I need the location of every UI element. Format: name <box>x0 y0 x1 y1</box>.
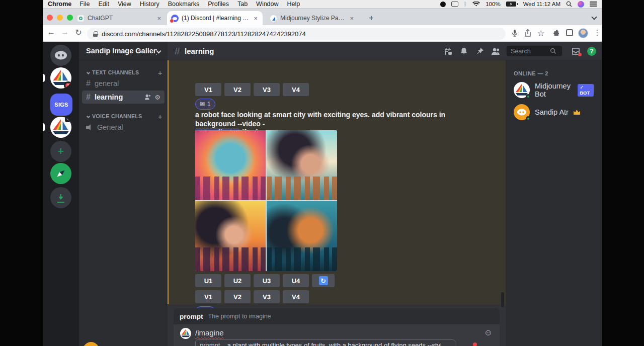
create-channel-icon[interactable]: + <box>158 68 163 77</box>
chrome-tab-strip: ChatGPT × (1) Discord | #learning | Sand… <box>43 9 602 25</box>
add-server-button[interactable]: + <box>50 141 71 162</box>
menu-item-file[interactable]: File <box>79 1 90 8</box>
inbox-icon[interactable] <box>570 46 581 57</box>
close-window-button[interactable] <box>47 15 53 21</box>
wifi-icon[interactable] <box>472 2 480 7</box>
download-apps-button[interactable] <box>50 187 71 208</box>
control-center-icon[interactable] <box>590 2 597 7</box>
tab-search-chevron-icon[interactable] <box>591 14 597 20</box>
emoji-picker-icon[interactable]: ☺ <box>484 328 493 338</box>
menu-item-history[interactable]: History <box>140 1 159 8</box>
browser-profile-avatar[interactable] <box>578 28 588 38</box>
generated-image-4[interactable] <box>267 201 337 271</box>
new-tab-button[interactable]: + <box>369 13 374 23</box>
mic-icon[interactable] <box>510 28 520 38</box>
imagine-command-text[interactable]: /imagine <box>195 328 224 337</box>
prompt-option-box[interactable]: prompt <box>195 339 455 346</box>
screen-record-icon[interactable] <box>440 2 446 7</box>
tab-midjourney[interactable]: Midjourney Stylize Parameter × <box>266 11 359 25</box>
pinned-messages-icon[interactable] <box>474 46 486 57</box>
extensions-puzzle-icon[interactable] <box>552 28 562 38</box>
member-midjourney-bot[interactable]: Midjourney Bot ✓ BOT <box>510 79 598 101</box>
threads-icon[interactable] <box>442 46 453 57</box>
sandip-avatar <box>514 104 530 120</box>
spotlight-search-icon[interactable] <box>566 1 572 7</box>
generated-image-2[interactable] <box>267 130 337 200</box>
voice-channel-general[interactable]: General <box>82 121 165 134</box>
lock-icon[interactable] <box>93 31 98 37</box>
discord-home-button[interactable] <box>50 45 71 66</box>
menu-item-edit[interactable]: Edit <box>98 1 109 8</box>
address-bar[interactable]: discord.com/channels/1128282250098778123… <box>87 28 506 40</box>
zoom-window-button[interactable] <box>67 15 73 21</box>
server-header[interactable]: Sandip Image Gallery Se... <box>79 42 168 60</box>
menu-item-profiles[interactable]: Profiles <box>208 1 229 8</box>
close-tab-icon[interactable]: × <box>349 15 355 22</box>
share-icon[interactable] <box>523 28 533 38</box>
tab-discord[interactable]: (1) Discord | #learning | Sandip × <box>167 11 263 25</box>
midjourney-image-grid[interactable] <box>195 130 337 271</box>
v4-button[interactable]: V4 <box>283 290 309 303</box>
online-status-dot <box>526 94 531 99</box>
server-icon-sailboat-2[interactable] <box>50 117 71 138</box>
generated-image-1[interactable] <box>195 130 266 200</box>
message-composer[interactable]: /imagine ☺ prompt <box>174 324 500 346</box>
generated-image-3[interactable] <box>195 201 266 271</box>
v3-button[interactable]: V3 <box>254 83 280 96</box>
tab-chatgpt[interactable]: ChatGPT × <box>73 11 166 25</box>
u1-button[interactable]: U1 <box>195 274 221 287</box>
menu-app-name[interactable]: Chrome <box>48 1 71 8</box>
user-panel-avatar[interactable] <box>83 342 99 346</box>
channel-settings-gear-icon[interactable]: ⚙ <box>154 94 160 101</box>
reroll-button[interactable]: ↻ <box>312 274 335 287</box>
channel-general[interactable]: # general <box>82 77 165 90</box>
close-tab-icon[interactable]: × <box>156 15 162 22</box>
create-channel-icon[interactable]: + <box>158 112 163 121</box>
envelope-reaction[interactable]: ✉ 1 <box>195 99 215 110</box>
u4-button[interactable]: U4 <box>283 274 309 287</box>
prompt-text: a robot face looking at smart city with … <box>195 111 445 128</box>
v1-button[interactable]: V1 <box>195 83 221 96</box>
help-button[interactable]: ? <box>586 46 597 57</box>
slash-command-autocomplete[interactable]: prompt The prompt to imagine <box>174 308 500 324</box>
text-channels-category[interactable]: TEXT CHANNELS + <box>79 68 168 77</box>
menu-item-bookmarks[interactable]: Bookmarks <box>168 1 200 8</box>
v3-button[interactable]: V3 <box>254 290 280 303</box>
channel-learning[interactable]: # learning ⚙ <box>82 91 165 104</box>
forward-button[interactable]: → <box>59 28 70 37</box>
browser-menu-icon[interactable]: ⋮ <box>592 28 602 38</box>
member-list-icon[interactable] <box>490 46 501 57</box>
chat-scrollbar[interactable] <box>501 292 504 307</box>
v2-button[interactable]: V2 <box>224 290 251 303</box>
close-tab-icon[interactable]: × <box>253 15 259 22</box>
reading-mode-icon[interactable] <box>566 29 573 36</box>
invite-people-icon[interactable] <box>144 94 151 101</box>
minimize-window-button[interactable] <box>57 15 63 21</box>
v1-button[interactable]: V1 <box>195 290 221 303</box>
u2-button[interactable]: U2 <box>224 274 251 287</box>
notifications-bell-icon[interactable] <box>458 46 469 57</box>
menu-item-tab[interactable]: Tab <box>237 1 248 8</box>
member-sandip-atr[interactable]: Sandip Atr <box>510 102 598 123</box>
search-input[interactable] <box>510 47 550 55</box>
voice-channels-category[interactable]: VOICE CHANNELS + <box>79 112 168 121</box>
menu-item-view[interactable]: View <box>118 1 131 8</box>
menu-item-help[interactable]: Help <box>287 1 300 8</box>
menu-bar-clock[interactable]: Wed 11:12 AM <box>523 1 560 7</box>
menu-item-window[interactable]: Window <box>256 1 278 8</box>
v2-button[interactable]: V2 <box>224 83 251 96</box>
siri-icon[interactable] <box>578 1 584 8</box>
server-icon-sailboat-1[interactable]: 1 <box>50 67 71 89</box>
display-icon[interactable] <box>451 2 458 7</box>
explore-servers-button[interactable] <box>50 163 71 184</box>
bookmark-star-icon[interactable]: ☆ <box>536 28 546 38</box>
url-text[interactable]: discord.com/channels/1128282250098778123… <box>102 30 306 38</box>
prompt-option-input[interactable] <box>226 341 442 346</box>
v4-button[interactable]: V4 <box>283 83 309 96</box>
server-icon-sigs[interactable]: SIGS <box>50 94 72 116</box>
reload-button[interactable]: ↻ <box>73 28 84 37</box>
search-box[interactable] <box>507 46 562 56</box>
back-button[interactable]: ← <box>46 28 57 37</box>
u3-button[interactable]: U3 <box>254 274 280 287</box>
bluetooth-icon[interactable]: ᛒ <box>464 1 467 7</box>
